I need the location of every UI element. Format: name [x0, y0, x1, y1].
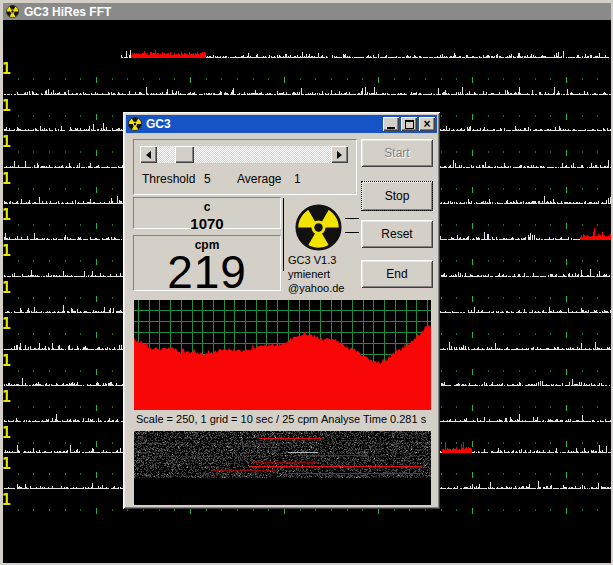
radiation-icon [128, 117, 142, 131]
cpm-chart [134, 300, 431, 410]
count-panel: c 1070 [133, 197, 281, 229]
scrollbar-right-arrow-button[interactable] [331, 146, 348, 163]
end-button[interactable]: End [361, 260, 433, 288]
threshold-value: 5 [204, 172, 211, 186]
credit-line-author: ymienert [288, 267, 344, 281]
minimize-button[interactable] [383, 117, 399, 131]
window-title: GC3 HiRes FFT [24, 5, 111, 19]
scrollbar-thumb[interactable] [175, 146, 194, 163]
radiation-icon [6, 5, 19, 18]
count-value: 1070 [134, 214, 280, 232]
arrow-right-icon [337, 151, 342, 159]
main-titlebar[interactable]: GC3 HiRes FFT [3, 3, 611, 20]
credit-text: GC3 V1.3 ymienert @yahoo.de [288, 253, 344, 295]
maximize-icon [405, 120, 414, 129]
average-label: Average [237, 172, 281, 186]
scrollbar-left-arrow-button[interactable] [140, 146, 157, 163]
threshold-slider-group: Threshold 5 Average 1 [133, 139, 357, 195]
minimize-icon [387, 127, 395, 129]
tick-line-lower [345, 232, 359, 233]
fft-noise-display [134, 431, 431, 505]
scale-label: Scale = 250, 1 grid = 10 sec / 25 cpm [136, 413, 318, 425]
main-window: GC3 HiRes FFT GC3 × [0, 0, 613, 565]
gc3-dialog: GC3 × Threshold 5 Average 1 Start Stop R… [123, 112, 440, 509]
arrow-left-icon [146, 151, 151, 159]
divider-line [283, 198, 284, 271]
count-label: c [134, 198, 280, 214]
maximize-button[interactable] [401, 117, 417, 131]
threshold-scrollbar [140, 146, 348, 163]
stop-button[interactable]: Stop [361, 181, 433, 211]
window-border-left [0, 0, 3, 565]
dialog-titlebar[interactable]: GC3 × [126, 115, 437, 133]
close-button[interactable]: × [419, 117, 435, 131]
cpm-value: 219 [134, 252, 280, 292]
scrollbar-track[interactable] [157, 146, 331, 163]
credit-line-version: GC3 V1.3 [288, 253, 344, 267]
dialog-title: GC3 [146, 117, 379, 131]
radiation-logo [295, 204, 342, 251]
close-icon: × [423, 119, 430, 129]
cpm-panel: cpm 219 [133, 235, 281, 291]
window-controls: × [383, 117, 437, 131]
start-button[interactable]: Start [361, 139, 433, 167]
analyse-time-label: Analyse Time 0.281 s [321, 413, 426, 425]
average-value: 1 [294, 172, 301, 186]
threshold-label: Threshold [142, 172, 195, 186]
tick-line-upper [345, 218, 359, 219]
credit-line-email: @yahoo.de [288, 281, 344, 295]
reset-button[interactable]: Reset [361, 220, 433, 248]
